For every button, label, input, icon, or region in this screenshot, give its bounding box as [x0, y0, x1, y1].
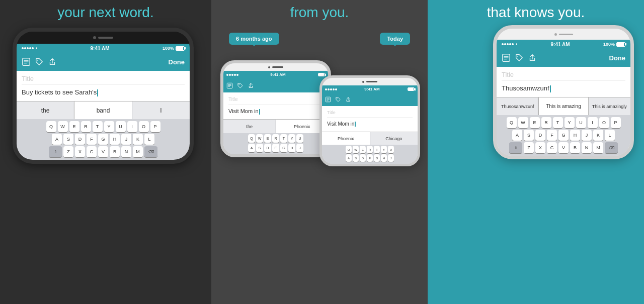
- kb-D-front[interactable]: D: [360, 154, 366, 162]
- key-O-right[interactable]: O: [599, 117, 609, 128]
- key-U-right[interactable]: U: [576, 117, 586, 128]
- key-X-right[interactable]: X: [535, 142, 545, 153]
- key-M-right[interactable]: M: [593, 142, 603, 153]
- key-G-right[interactable]: G: [558, 130, 569, 141]
- kb-U-front[interactable]: U: [388, 146, 394, 153]
- kb-Q-front[interactable]: Q: [346, 146, 352, 153]
- done-button-left[interactable]: Done: [169, 58, 185, 66]
- kb-H-front[interactable]: H: [381, 154, 387, 162]
- ac-right-1[interactable]: This is amazing: [539, 97, 588, 115]
- ac-front-0[interactable]: Phoenix: [322, 132, 370, 145]
- key-P[interactable]: P: [150, 121, 160, 132]
- kb-G-front[interactable]: G: [374, 154, 380, 162]
- key-E[interactable]: E: [69, 121, 79, 132]
- key-P-right[interactable]: P: [611, 117, 621, 128]
- key-A-right[interactable]: A: [512, 130, 522, 141]
- key-Z[interactable]: Z: [63, 146, 73, 157]
- key-V-right[interactable]: V: [558, 142, 569, 153]
- key-U[interactable]: U: [116, 121, 126, 132]
- key-Z-right[interactable]: Z: [524, 142, 534, 153]
- key-Q-right[interactable]: Q: [507, 117, 517, 128]
- key-S-right[interactable]: S: [524, 130, 534, 141]
- key-T[interactable]: T: [93, 121, 103, 132]
- ac-right-0[interactable]: Thusosamwzunf: [497, 97, 539, 115]
- kb-J-front[interactable]: J: [388, 154, 394, 162]
- ac-back-0[interactable]: the: [223, 120, 276, 133]
- kb-T-back[interactable]: T: [280, 134, 287, 143]
- key-Q[interactable]: Q: [46, 121, 56, 132]
- note-title-mid-front: Title: [327, 110, 413, 118]
- key-M[interactable]: M: [133, 146, 143, 157]
- key-F-right[interactable]: F: [547, 130, 557, 141]
- kb-S-front[interactable]: S: [353, 154, 359, 162]
- kb-Y-front[interactable]: Y: [381, 146, 387, 153]
- key-V[interactable]: V: [98, 146, 108, 157]
- key-W[interactable]: W: [58, 121, 68, 132]
- key-H-right[interactable]: H: [570, 130, 580, 141]
- key-J[interactable]: J: [121, 134, 131, 145]
- key-D[interactable]: D: [75, 134, 85, 145]
- ac-front-1[interactable]: Chicago: [370, 132, 418, 145]
- key-I[interactable]: I: [127, 121, 137, 132]
- kb-U-back[interactable]: U: [296, 134, 303, 143]
- key-K-right[interactable]: K: [593, 130, 603, 141]
- kb-D-back[interactable]: D: [264, 144, 271, 152]
- key-B-right[interactable]: B: [570, 142, 580, 153]
- key-O[interactable]: O: [139, 121, 149, 132]
- key-shift[interactable]: ⇧: [49, 146, 62, 157]
- autocomplete-item-0-left[interactable]: the: [17, 102, 74, 119]
- key-A[interactable]: A: [52, 134, 62, 145]
- kb-W-back[interactable]: W: [256, 134, 263, 143]
- key-C-right[interactable]: C: [547, 142, 557, 153]
- key-L[interactable]: L: [144, 134, 154, 145]
- key-B[interactable]: B: [110, 146, 120, 157]
- key-G[interactable]: G: [98, 134, 108, 145]
- kb-S-back[interactable]: S: [256, 144, 263, 152]
- share-icon-left: [48, 57, 57, 66]
- kb-R-front[interactable]: R: [367, 146, 373, 153]
- kb-W-front[interactable]: W: [353, 146, 359, 153]
- key-shift-right[interactable]: ⇧: [509, 142, 522, 153]
- key-F[interactable]: F: [87, 134, 97, 145]
- key-D-right[interactable]: D: [535, 130, 545, 141]
- key-R[interactable]: R: [81, 121, 91, 132]
- kb-E-front[interactable]: E: [360, 146, 366, 153]
- note-content-right: Thusosamwzunf: [502, 84, 625, 93]
- key-W-right[interactable]: W: [518, 117, 528, 128]
- kb-G-back[interactable]: G: [280, 144, 287, 152]
- ac-right-2[interactable]: This is amazingly: [589, 97, 630, 115]
- kb-A-front[interactable]: A: [346, 154, 352, 162]
- key-K[interactable]: K: [133, 134, 143, 145]
- kb-H-back[interactable]: H: [288, 144, 295, 152]
- kb-T-front[interactable]: T: [374, 146, 380, 153]
- autocomplete-item-1-left[interactable]: band: [74, 102, 132, 119]
- key-X[interactable]: X: [75, 146, 85, 157]
- done-button-right[interactable]: Done: [609, 54, 626, 62]
- key-Y[interactable]: Y: [104, 121, 114, 132]
- key-delete-right[interactable]: ⌫: [605, 142, 618, 153]
- autocomplete-item-2-left[interactable]: I: [132, 102, 190, 119]
- kb-Y-back[interactable]: Y: [288, 134, 295, 143]
- key-I-right[interactable]: I: [588, 117, 598, 128]
- key-T-right[interactable]: T: [553, 117, 563, 128]
- key-L-right[interactable]: L: [605, 130, 615, 141]
- key-N-right[interactable]: N: [582, 142, 592, 153]
- kb-F-back[interactable]: F: [272, 144, 279, 152]
- kb-A-back[interactable]: A: [248, 144, 255, 152]
- key-delete[interactable]: ⌫: [144, 146, 157, 157]
- kb-Q-back[interactable]: Q: [248, 134, 255, 143]
- key-J-right[interactable]: J: [582, 130, 592, 141]
- key-C[interactable]: C: [87, 146, 97, 157]
- kb-F-front[interactable]: F: [367, 154, 373, 162]
- key-N[interactable]: N: [121, 146, 131, 157]
- note-area-mid-front: Title Visit Mom in: [322, 106, 418, 132]
- kb-E-back[interactable]: E: [264, 134, 271, 143]
- key-E-right[interactable]: E: [530, 117, 540, 128]
- key-Y-right[interactable]: Y: [565, 117, 575, 128]
- kb-R-back[interactable]: R: [272, 134, 279, 143]
- key-S[interactable]: S: [63, 134, 73, 145]
- key-H[interactable]: H: [110, 134, 120, 145]
- kb-J-back[interactable]: J: [296, 144, 303, 152]
- status-time-right: 9:41 AM: [551, 42, 570, 47]
- key-R-right[interactable]: R: [541, 117, 551, 128]
